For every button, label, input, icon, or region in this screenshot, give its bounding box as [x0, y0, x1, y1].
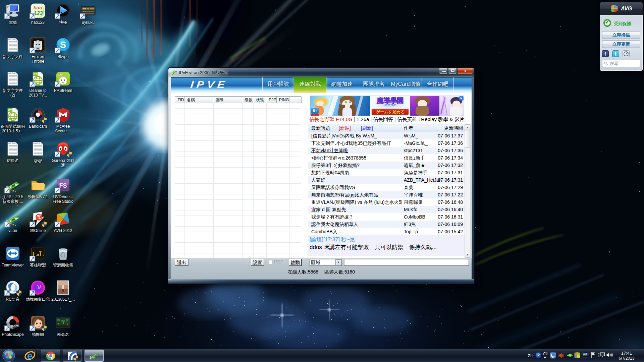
svg-text:PPS: PPS	[58, 73, 62, 75]
svg-text:e: e	[27, 350, 33, 361]
svg-text:123: 123	[34, 10, 43, 16]
svg-text:BT: BT	[8, 109, 12, 112]
svg-text:S: S	[60, 40, 66, 50]
svg-text:BT: BT	[34, 73, 37, 76]
svg-text:SCAPE: SCAPE	[11, 324, 19, 327]
svg-text:hao: hao	[34, 5, 43, 10]
svg-text:FS: FS	[59, 182, 67, 189]
